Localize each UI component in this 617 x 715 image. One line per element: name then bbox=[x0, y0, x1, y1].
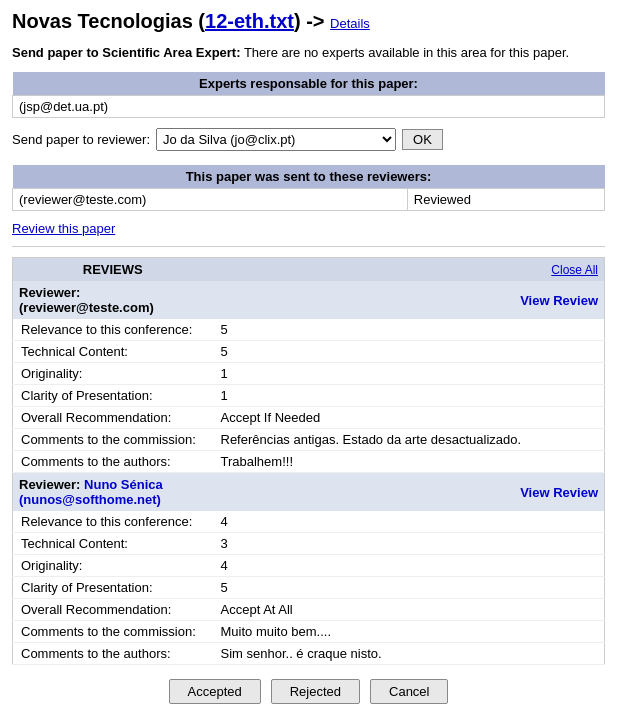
details-link[interactable]: Details bbox=[330, 16, 370, 31]
field-value: 5 bbox=[213, 577, 605, 599]
close-all-link[interactable]: Close All bbox=[551, 263, 598, 277]
ok-button[interactable]: OK bbox=[402, 129, 443, 150]
divider bbox=[12, 246, 605, 247]
experts-table: Experts responsable for this paper: (jsp… bbox=[12, 72, 605, 118]
page-title: Novas Tecnologias (12-eth.txt) -> Detail… bbox=[12, 10, 605, 33]
field-value: Muito muito bem.... bbox=[213, 621, 605, 643]
reviewer-1-field-1: Technical Content: 5 bbox=[13, 341, 605, 363]
experts-table-header: Experts responsable for this paper: bbox=[13, 72, 605, 96]
field-value: 1 bbox=[213, 385, 605, 407]
reviewer-1-field-3: Clarity of Presentation: 1 bbox=[13, 385, 605, 407]
bottom-buttons: Accepted Rejected Cancel bbox=[12, 679, 605, 704]
reviewer-1-field-4: Overall Recommendation: Accept If Needed bbox=[13, 407, 605, 429]
field-label: Comments to the commission: bbox=[13, 429, 213, 451]
field-label: Clarity of Presentation: bbox=[13, 577, 213, 599]
review-paper-link[interactable]: Review this paper bbox=[12, 221, 115, 236]
reviewer-sent-row: (reviewer@teste.com) Reviewed bbox=[13, 189, 605, 211]
reviewer-1-header: Reviewer: (reviewer@teste.com) View Revi… bbox=[13, 281, 605, 319]
field-label: Overall Recommendation: bbox=[13, 599, 213, 621]
field-label: Originality: bbox=[13, 363, 213, 385]
field-value: 4 bbox=[213, 555, 605, 577]
reviewer-1-view-review[interactable]: View Review bbox=[520, 293, 598, 308]
reviewer-sent-email: (reviewer@teste.com) bbox=[13, 189, 408, 211]
field-label: Technical Content: bbox=[13, 341, 213, 363]
field-label: Clarity of Presentation: bbox=[13, 385, 213, 407]
reviewer-2-field-5: Comments to the commission: Muito muito … bbox=[13, 621, 605, 643]
field-label: Comments to the authors: bbox=[13, 643, 213, 665]
expert-email: (jsp@det.ua.pt) bbox=[13, 96, 605, 118]
reviewer-1-field-2: Originality: 1 bbox=[13, 363, 605, 385]
field-value: 5 bbox=[213, 341, 605, 363]
reviewer-1-field-6: Comments to the authors: Trabalhem!!! bbox=[13, 451, 605, 473]
reviews-table: REVIEWS Close All Reviewer: (reviewer@te… bbox=[12, 257, 605, 665]
reviewers-table: This paper was sent to these reviewers: … bbox=[12, 165, 605, 211]
expert-row: (jsp@det.ua.pt) bbox=[13, 96, 605, 118]
reviewer-sent-status: Reviewed bbox=[407, 189, 604, 211]
field-value: Accept At All bbox=[213, 599, 605, 621]
reviewer-1-field-0: Relevance to this conference: 5 bbox=[13, 319, 605, 341]
reviewer-1-label: Reviewer: bbox=[19, 285, 80, 300]
reviewer-1-field-5: Comments to the commission: Referências … bbox=[13, 429, 605, 451]
rejected-button[interactable]: Rejected bbox=[271, 679, 360, 704]
reviewer-2-field-1: Technical Content: 3 bbox=[13, 533, 605, 555]
reviewer-2-field-2: Originality: 4 bbox=[13, 555, 605, 577]
reviewer-1-name: (reviewer@teste.com) bbox=[19, 300, 154, 315]
reviewer-2-field-0: Relevance to this conference: 4 bbox=[13, 511, 605, 533]
send-reviewer-label: Send paper to reviewer: bbox=[12, 132, 150, 147]
field-value: Referências antigas. Estado da arte desa… bbox=[213, 429, 605, 451]
field-label: Comments to the authors: bbox=[13, 451, 213, 473]
field-value: 5 bbox=[213, 319, 605, 341]
cancel-button[interactable]: Cancel bbox=[370, 679, 448, 704]
reviewers-table-header: This paper was sent to these reviewers: bbox=[13, 165, 605, 189]
reviewer-2-header: Reviewer: Nuno Sénica (nunos@softhome.ne… bbox=[13, 473, 605, 512]
no-experts-text: Send paper to Scientific Area Expert: Th… bbox=[12, 45, 605, 60]
reviewer-2-field-6: Comments to the authors: Sim senhor.. é … bbox=[13, 643, 605, 665]
field-label: Technical Content: bbox=[13, 533, 213, 555]
field-value: 3 bbox=[213, 533, 605, 555]
accepted-button[interactable]: Accepted bbox=[169, 679, 261, 704]
reviews-header-row: REVIEWS Close All bbox=[13, 258, 605, 282]
field-value: Accept If Needed bbox=[213, 407, 605, 429]
field-value: Sim senhor.. é craque nisto. bbox=[213, 643, 605, 665]
field-label: Originality: bbox=[13, 555, 213, 577]
reviewer-select[interactable]: Jo da Silva (jo@clix.pt) bbox=[156, 128, 396, 151]
field-value: 1 bbox=[213, 363, 605, 385]
field-label: Relevance to this conference: bbox=[13, 319, 213, 341]
reviews-header: REVIEWS bbox=[13, 258, 213, 282]
field-label: Overall Recommendation: bbox=[13, 407, 213, 429]
paper-link[interactable]: 12-eth.txt bbox=[205, 10, 294, 32]
reviewer-2-view-review[interactable]: View Review bbox=[520, 485, 598, 500]
close-all-cell: Close All bbox=[213, 258, 605, 282]
reviewer-2-field-4: Overall Recommendation: Accept At All bbox=[13, 599, 605, 621]
field-label: Relevance to this conference: bbox=[13, 511, 213, 533]
reviewer-2-field-3: Clarity of Presentation: 5 bbox=[13, 577, 605, 599]
send-reviewer-row: Send paper to reviewer: Jo da Silva (jo@… bbox=[12, 128, 605, 151]
reviewer-2-label: Reviewer: bbox=[19, 477, 80, 492]
field-value: 4 bbox=[213, 511, 605, 533]
field-value: Trabalhem!!! bbox=[213, 451, 605, 473]
field-label: Comments to the commission: bbox=[13, 621, 213, 643]
send-expert-section: Send paper to Scientific Area Expert: Th… bbox=[12, 45, 605, 60]
